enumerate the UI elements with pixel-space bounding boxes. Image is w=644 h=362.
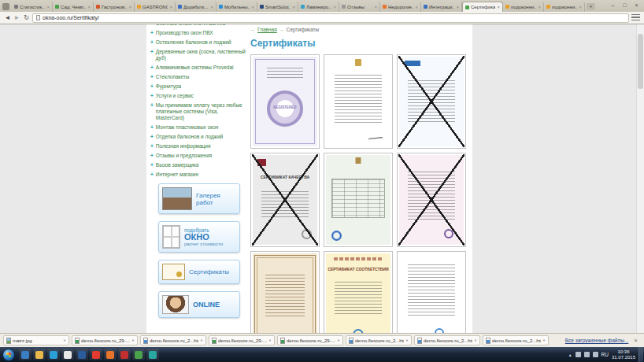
certificate-thumbnail[interactable] [397,251,466,333]
language-indicator[interactable]: RU [601,352,609,357]
download-menu-caret-icon[interactable]: ▼ [405,338,409,342]
online-consultant-widget[interactable]: ONLINE [158,291,240,318]
tab-close-icon[interactable]: × [333,5,336,9]
download-item[interactable]: demo.flexcore.ru_2...html ▼ [483,335,549,345]
scrollbar-thumb[interactable] [638,34,643,89]
certificate-thumbnail[interactable] [324,54,393,149]
download-menu-caret-icon[interactable]: ▼ [474,338,477,342]
page-scrollbar[interactable] [636,24,644,333]
download-item[interactable]: demo.flexcore.ru_29-...csv ▼ [209,335,275,345]
download-item[interactable]: matrz.jpg ▼ [3,335,69,345]
browser-tab[interactable]: Статистик... × [12,2,53,12]
certificate-thumbnail[interactable] [397,54,466,149]
sidebar-menu-item[interactable]: + Оконные блоки MONTBLANC [150,24,248,27]
sidebar-menu-item[interactable]: + Производство окон ПВХ [150,30,248,36]
certificate-thumbnail[interactable] [397,153,466,247]
download-item[interactable]: demo.flexcore.ru_2...html ▼ [140,335,206,345]
tab-close-icon[interactable]: × [497,5,500,9]
tab-close-icon[interactable]: × [128,5,131,9]
downloads-bar-close-icon[interactable]: × [631,337,641,344]
browser-tab[interactable]: Мобильны... × [217,2,257,12]
tab-close-icon[interactable]: × [87,5,91,9]
maximize-button[interactable]: □ [619,1,631,9]
certificates-widget[interactable]: Сертификаты [158,260,240,284]
tray-network-icon[interactable] [576,352,581,357]
sidebar-menu-item[interactable]: + Деревянные окна (сосна, лиственный дуб… [150,49,248,61]
browser-tab[interactable]: Доработк... × [176,2,217,12]
sidebar-menu-item[interactable]: + Вызов замерщика [150,162,248,168]
download-item[interactable]: demo.flexcore.ru_2...html ▼ [414,335,480,345]
browser-tab[interactable]: Недорогие... × [380,2,421,12]
taskbar-app-icon[interactable] [19,349,31,360]
download-item[interactable]: demo.flexcore.ru_29-...csv ▼ [72,335,138,345]
browser-tab[interactable]: Сад; Чемп... × [53,2,94,12]
sidebar-menu-item[interactable]: + Интернет магазин [150,172,248,178]
taskbar-app-icon[interactable] [104,349,117,360]
download-menu-caret-icon[interactable]: ▼ [337,338,340,342]
browser-tab[interactable]: SmartSolut... × [257,2,298,12]
certificate-thumbnail[interactable] [250,251,320,333]
download-menu-caret-icon[interactable]: ▼ [542,338,546,342]
tab-close-icon[interactable]: × [251,5,254,9]
show-all-downloads-link[interactable]: Все загруженные файлы... [565,338,629,343]
taskbar-app-icon[interactable] [33,349,46,360]
sidebar-menu-item[interactable]: + Услуги и сервис [150,93,248,99]
tray-action-center-icon[interactable] [593,352,598,357]
download-item[interactable]: demo.flexcore.ru_29-...csv ▼ [277,335,343,345]
sidebar-menu-item[interactable]: + Мы принимаем оплату через любые платеж… [150,102,248,121]
start-button[interactable] [2,349,15,361]
certificate-thumbnail[interactable] [324,153,393,247]
taskbar-clock[interactable]: 10:36 31.07.2015 [612,349,635,360]
breadcrumb-home-link[interactable]: Главная [257,27,277,32]
sidebar-menu-item[interactable]: + Фурнитура [150,83,248,90]
tab-close-icon[interactable]: × [169,5,172,9]
certificate-thumbnail[interactable]: СЕРТИФИКАТ СООТВЕТСТВИЯ [324,251,393,333]
tab-close-icon[interactable]: × [210,5,213,9]
close-button[interactable]: × [631,1,642,9]
tab-close-icon[interactable]: × [579,5,582,9]
sidebar-menu-item[interactable]: + Остекление балконов и лоджий [150,39,248,46]
new-tab-button[interactable]: + [587,3,595,10]
forward-icon[interactable]: ► [13,13,20,24]
sidebar-menu-item[interactable]: + Алюминиевые системы Provedal [150,65,248,71]
taskbar-app-icon[interactable] [132,349,145,360]
browser-tab[interactable]: GASTRONO... × [135,2,176,12]
tray-volume-icon[interactable] [584,352,590,357]
taskbar-app-icon[interactable] [61,349,74,360]
browser-tab[interactable]: Ламиниро... × [298,2,339,12]
taskbar-app-icon[interactable] [47,349,60,360]
browser-logo-icon[interactable] [2,3,9,10]
tray-expand-icon[interactable]: ▲ [568,353,572,357]
tab-close-icon[interactable]: × [456,5,459,9]
tab-close-icon[interactable]: × [292,5,295,9]
download-item[interactable]: demo.flexcore.ru_2...html ▼ [346,335,412,345]
minimize-button[interactable]: – [607,1,619,9]
show-desktop-button[interactable] [638,347,643,362]
download-menu-caret-icon[interactable]: ▼ [131,338,135,342]
browser-tab[interactable]: Гастроном... × [94,2,135,12]
taskbar-app-icon[interactable] [90,349,102,360]
gallery-widget[interactable]: Галерея работ [158,183,240,214]
sidebar-menu-item[interactable]: + Стеклопакеты [150,74,248,80]
browser-tab[interactable]: подоконни... × [544,2,585,12]
browser-tab[interactable]: Отзывы × [339,2,380,12]
download-menu-caret-icon[interactable]: ▼ [63,338,66,342]
sidebar-menu-item[interactable]: + Отзывы и предложения [150,153,248,159]
tab-close-icon[interactable]: × [415,5,418,9]
browser-tab[interactable]: подоконни... × [503,2,544,12]
sidebar-menu-item[interactable]: + Монтаж пластиковых окон [150,124,248,131]
taskbar-app-icon[interactable] [146,349,159,360]
certificate-thumbnail[interactable]: СЕРТИФИКАТ КАЧЕСТВА [250,153,320,247]
browser-tab[interactable]: Интеграци... × [421,2,462,12]
window-calculator-widget[interactable]: подобрать ОКНО расчет стоимости [158,221,240,253]
taskbar-app-icon[interactable] [76,349,88,360]
browser-menu-icon[interactable] [631,14,640,21]
tab-close-icon[interactable]: × [46,5,50,9]
reload-icon[interactable]: ↻ [23,13,30,24]
back-icon[interactable]: ◄ [4,13,11,24]
browser-tab[interactable]: Сертифика... × [462,2,503,12]
tab-close-icon[interactable]: × [538,5,541,9]
sidebar-menu-item[interactable]: + Отделка балконов и лоджий [150,134,248,140]
download-menu-caret-icon[interactable]: ▼ [268,338,272,342]
certificate-thumbnail[interactable]: REGISTERED [250,54,320,149]
